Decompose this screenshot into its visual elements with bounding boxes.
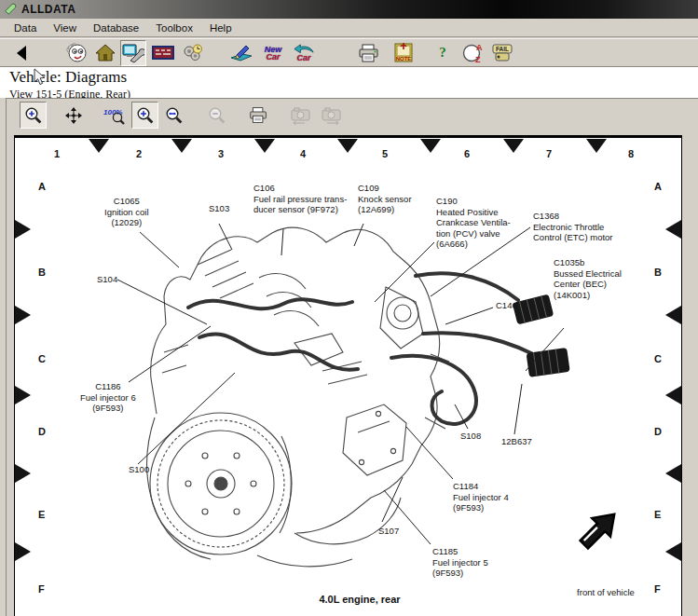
grid-marker-left bbox=[15, 464, 31, 483]
grid-col-label-6: 6 bbox=[464, 148, 470, 159]
grid-col-label-7: 7 bbox=[546, 148, 552, 159]
grid-marker-left bbox=[15, 386, 31, 404]
grid-row-label-left-D: D bbox=[38, 426, 46, 437]
grid-row-label-right-C: C bbox=[654, 353, 662, 364]
callout-c1184: C1184Fuel injector 4(9F593) bbox=[453, 481, 509, 513]
fit-width-button[interactable] bbox=[160, 102, 187, 129]
content-header: Vehicle: Diagrams View 151-5 (Engine, Re… bbox=[0, 67, 698, 98]
tools-button[interactable] bbox=[180, 40, 206, 66]
callout-s100: S100 bbox=[129, 464, 149, 475]
front-of-vehicle-arrow bbox=[575, 505, 623, 554]
grid-marker-top bbox=[171, 139, 192, 153]
callout-c1186: C1186Fuel injector 6(9F593) bbox=[80, 381, 136, 414]
diagram-viewer: 100% bbox=[6, 98, 698, 616]
pan-button[interactable] bbox=[60, 102, 87, 129]
page-title: Vehicle: Diagrams bbox=[9, 68, 698, 87]
msdi-button[interactable] bbox=[150, 40, 176, 66]
menu-item-database[interactable]: Database bbox=[85, 21, 147, 35]
grid-marker-right bbox=[665, 542, 681, 561]
zoom-in-button[interactable] bbox=[20, 102, 47, 129]
print-diagram-button[interactable] bbox=[245, 102, 272, 129]
glossary-button[interactable]: A Z bbox=[460, 40, 486, 66]
title-bar: ALLDATA bbox=[0, 0, 698, 19]
shop-button[interactable] bbox=[92, 40, 118, 66]
glossary-z-label: Z bbox=[475, 55, 481, 64]
fit-width-icon bbox=[165, 106, 184, 125]
app-icon bbox=[4, 3, 17, 16]
printer-icon bbox=[249, 105, 268, 125]
back-arrow-icon bbox=[14, 45, 31, 62]
menu-item-help[interactable]: Help bbox=[201, 21, 240, 35]
back-button[interactable] bbox=[9, 40, 35, 66]
return-car-button[interactable]: Car bbox=[291, 40, 317, 66]
grid-row-label-right-E: E bbox=[654, 509, 661, 520]
callout-c106: C106Fuel rail pressure trans-ducer senso… bbox=[253, 183, 347, 215]
zoom-100-icon: 100% bbox=[103, 106, 126, 125]
printer-icon bbox=[358, 42, 380, 64]
grid-marker-top bbox=[254, 139, 275, 153]
callout-s103: S103 bbox=[209, 203, 229, 214]
print-button[interactable] bbox=[356, 40, 382, 66]
grid-row-label-left-F: F bbox=[38, 583, 45, 595]
grid-marker-top bbox=[503, 139, 524, 153]
previous-image-button[interactable] bbox=[287, 102, 314, 129]
grid-row-label-right-F: F bbox=[654, 583, 661, 595]
computer-wrench-icon bbox=[122, 42, 144, 64]
note-button[interactable]: NOTE bbox=[390, 40, 417, 66]
grid-marker-top bbox=[420, 139, 441, 153]
window-title: ALLDATA bbox=[21, 3, 75, 16]
camera-next-icon bbox=[321, 106, 342, 125]
menubar: DataViewDatabaseToolboxHelp bbox=[0, 19, 698, 37]
gears-clock-icon bbox=[182, 42, 204, 64]
grid-row-label-left-B: B bbox=[38, 267, 46, 278]
callout-c190: C190Heated PositiveCrankcase Ventila-tio… bbox=[436, 196, 511, 250]
callout-c1035b: C1035bBussed ElectricalCenter (BEC)(14K0… bbox=[554, 257, 622, 300]
glossary-a-label: A bbox=[476, 43, 483, 52]
menu-item-view[interactable]: View bbox=[45, 21, 85, 35]
grid-marker-left bbox=[15, 542, 31, 561]
grid-col-label-8: 8 bbox=[628, 148, 634, 159]
grid-marker-right bbox=[665, 306, 681, 324]
msdi-icon bbox=[152, 42, 174, 64]
house-icon bbox=[94, 42, 116, 64]
callout-12b637: 12B637 bbox=[501, 436, 532, 447]
zoom-100-button[interactable]: 100% bbox=[101, 102, 128, 129]
car-return-icon: Car bbox=[293, 44, 315, 62]
menu-item-data[interactable]: Data bbox=[6, 21, 45, 35]
notes-button[interactable] bbox=[228, 40, 254, 66]
grid-marker-top bbox=[89, 139, 109, 153]
diagram-page[interactable]: 4.0L engine, rear front of vehicle 12345… bbox=[14, 135, 682, 616]
grid-marker-top bbox=[586, 139, 607, 153]
grid-row-label-left-E: E bbox=[38, 509, 45, 520]
fail-tag-button[interactable]: FAIL bbox=[489, 40, 515, 66]
grid-marker-top bbox=[337, 139, 358, 153]
grid-col-label-2: 2 bbox=[136, 148, 142, 159]
notes-pencil-icon bbox=[229, 42, 253, 64]
viewer-toolbar: 100% bbox=[7, 99, 698, 131]
face-icon bbox=[65, 42, 88, 64]
grid-row-label-right-A: A bbox=[654, 181, 662, 192]
next-image-button[interactable] bbox=[318, 102, 345, 129]
fail-icon-label: FAIL bbox=[496, 46, 509, 52]
zoom-in-icon bbox=[24, 106, 43, 125]
zoom-100-label: 100% bbox=[103, 108, 122, 116]
fit-page-icon bbox=[136, 106, 155, 125]
grid-col-label-1: 1 bbox=[54, 148, 60, 159]
main-toolbar: New Car Car NOTE bbox=[0, 38, 698, 67]
fit-page-button[interactable] bbox=[131, 102, 158, 129]
pan-arrows-icon bbox=[64, 106, 83, 125]
help-button[interactable]: ? bbox=[430, 40, 456, 66]
assist-button[interactable] bbox=[63, 40, 89, 66]
diagrams-button[interactable] bbox=[120, 40, 146, 66]
callout-s107: S107 bbox=[378, 526, 399, 537]
grid-marker-right bbox=[665, 464, 681, 483]
callout-c1065: C1065Ignition coil(12029) bbox=[104, 196, 149, 228]
grid-row-label-right-D: D bbox=[654, 426, 662, 437]
note-icon-label: NOTE bbox=[396, 56, 412, 62]
grid-marker-right bbox=[665, 386, 681, 404]
front-of-vehicle-label: front of vehicle bbox=[559, 587, 652, 597]
menu-item-toolbox[interactable]: Toolbox bbox=[147, 21, 201, 35]
grid-marker-right bbox=[665, 220, 681, 239]
zoom-out-button[interactable] bbox=[203, 102, 230, 129]
new-car-button[interactable]: New Car bbox=[260, 40, 286, 66]
